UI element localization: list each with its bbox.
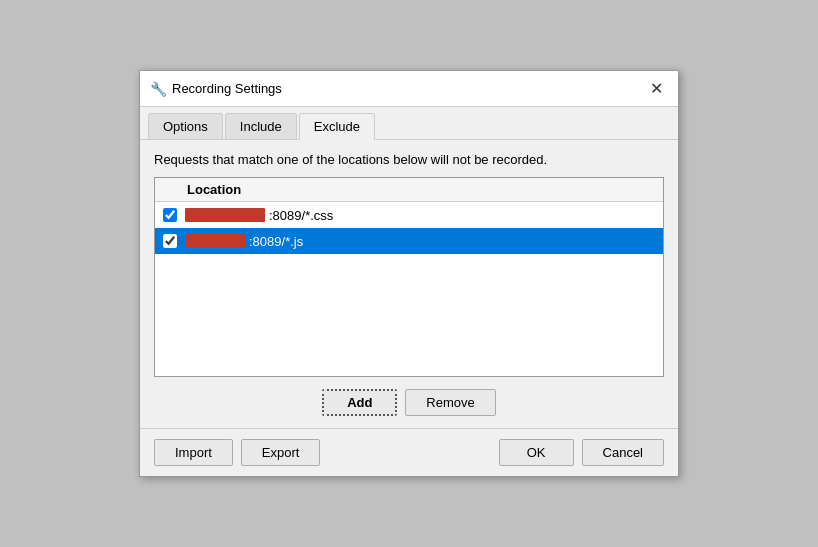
cancel-button[interactable]: Cancel: [582, 439, 664, 466]
footer: Import Export OK Cancel: [140, 428, 678, 476]
tab-include[interactable]: Include: [225, 113, 297, 139]
remove-button[interactable]: Remove: [405, 389, 495, 416]
table-row[interactable]: :8089/*.css: [155, 202, 663, 228]
import-button[interactable]: Import: [154, 439, 233, 466]
locations-table: Location :8089/*.css :8089/*.js: [154, 177, 664, 377]
footer-right-buttons: OK Cancel: [499, 439, 664, 466]
row-2-location: :8089/*.js: [185, 234, 655, 249]
description-text: Requests that match one of the locations…: [154, 152, 664, 167]
footer-left-buttons: Import Export: [154, 439, 320, 466]
row-2-checkbox[interactable]: [163, 234, 177, 248]
add-remove-buttons: Add Remove: [154, 389, 664, 416]
row-1-suffix: :8089/*.css: [269, 208, 333, 223]
table-row[interactable]: :8089/*.js: [155, 228, 663, 254]
dialog-title: Recording Settings: [172, 81, 282, 96]
title-bar: 🔧 Recording Settings ✕: [140, 71, 678, 107]
tab-bar: Options Include Exclude: [140, 107, 678, 140]
tab-exclude[interactable]: Exclude: [299, 113, 375, 140]
header-location: Location: [187, 182, 655, 197]
title-bar-left: 🔧 Recording Settings: [150, 81, 282, 97]
redacted-host-2: [185, 234, 245, 248]
add-button[interactable]: Add: [322, 389, 397, 416]
row-2-suffix: :8089/*.js: [249, 234, 303, 249]
dialog-body: Requests that match one of the locations…: [140, 140, 678, 428]
row-1-location: :8089/*.css: [185, 208, 655, 223]
redacted-host-1: [185, 208, 265, 222]
close-button[interactable]: ✕: [644, 77, 668, 101]
export-button[interactable]: Export: [241, 439, 321, 466]
tab-options[interactable]: Options: [148, 113, 223, 139]
dialog-icon: 🔧: [150, 81, 166, 97]
recording-settings-dialog: 🔧 Recording Settings ✕ Options Include E…: [139, 70, 679, 477]
ok-button[interactable]: OK: [499, 439, 574, 466]
row-1-checkbox[interactable]: [163, 208, 177, 222]
table-header: Location: [155, 178, 663, 202]
